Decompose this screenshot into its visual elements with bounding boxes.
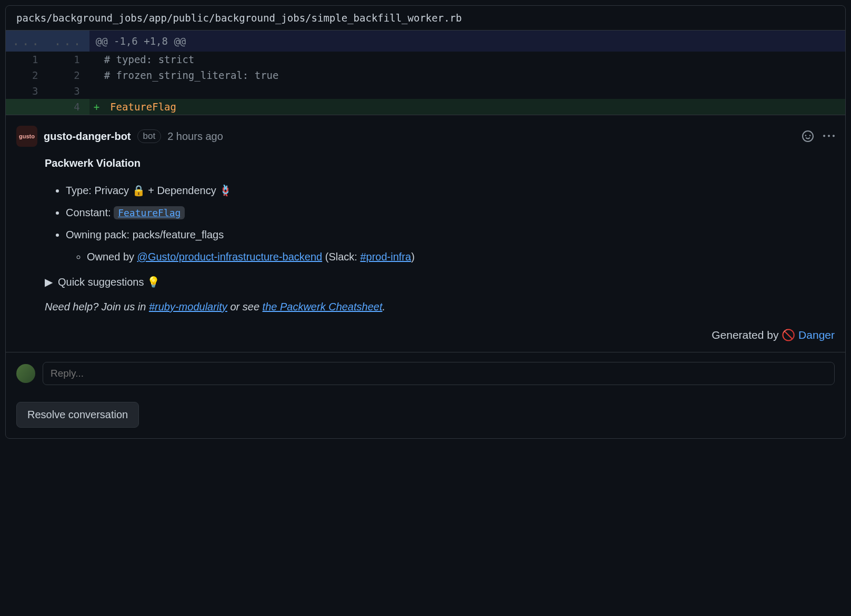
generated-by: Generated by 🚫 Danger <box>45 321 835 352</box>
diff-table: ... ... @@ -1,6 +1,8 @@ 1 1 # typed: str… <box>6 31 845 115</box>
line-number-new[interactable]: 2 <box>47 67 89 83</box>
resolve-section: Resolve conversation <box>6 395 845 438</box>
hunk-header: @@ -1,6 +1,8 @@ <box>89 31 845 52</box>
line-number-old[interactable] <box>6 99 47 115</box>
danger-link[interactable]: Danger <box>798 329 835 341</box>
comment-body: Packwerk Violation Type: Privacy 🔒 + Dep… <box>16 157 835 352</box>
line-number-new[interactable]: 3 <box>47 83 89 99</box>
owned-by-item: Owned by @Gusto/product-infrastructure-b… <box>87 248 835 265</box>
resolve-conversation-button[interactable]: Resolve conversation <box>16 402 139 428</box>
line-number-old[interactable]: 1 <box>6 52 47 67</box>
comment-header: gusto gusto-danger-bot bot 2 hours ago <box>16 126 835 147</box>
hunk-header-row: ... ... @@ -1,6 +1,8 @@ <box>6 31 845 52</box>
expand-hunk-old[interactable]: ... <box>6 31 47 52</box>
comment-author[interactable]: gusto-danger-bot <box>44 130 131 143</box>
violation-title: Packwerk Violation <box>45 157 835 169</box>
code-content: # typed: strict <box>89 52 845 67</box>
quick-suggestions-toggle[interactable]: ▶ Quick suggestions 💡 <box>45 276 835 288</box>
review-comment-container: packs/background_jobs/app/public/backgro… <box>5 5 846 439</box>
comment: gusto gusto-danger-bot bot 2 hours ago P… <box>6 115 845 352</box>
quick-suggestions-label: Quick suggestions 💡 <box>58 276 160 288</box>
owning-pack-item: Owning pack: packs/feature_flags Owned b… <box>66 226 835 265</box>
file-path-header[interactable]: packs/background_jobs/app/public/backgro… <box>6 6 845 31</box>
cheatsheet-link[interactable]: the Packwerk Cheatsheet <box>263 301 383 312</box>
code-content: + FeatureFlag <box>89 99 845 115</box>
violation-constant-item: Constant: FeatureFlag <box>66 204 835 221</box>
user-avatar[interactable] <box>16 364 35 383</box>
help-text: Need help? Join us in #ruby-modularity o… <box>45 301 835 313</box>
modularity-link[interactable]: #ruby-modularity <box>149 301 227 312</box>
line-number-new[interactable]: 4 <box>47 99 89 115</box>
line-number-new[interactable]: 1 <box>47 52 89 67</box>
code-content <box>89 83 845 99</box>
expand-hunk-new[interactable]: ... <box>47 31 89 52</box>
diff-line: 2 2 # frozen_string_literal: true <box>6 67 845 83</box>
diff-line-addition: 4 + FeatureFlag <box>6 99 845 115</box>
constant-link[interactable]: FeatureFlag <box>118 207 181 218</box>
bot-badge: bot <box>137 129 162 143</box>
line-number-old[interactable]: 2 <box>6 67 47 83</box>
bot-avatar[interactable]: gusto <box>16 126 37 147</box>
violation-list: Type: Privacy 🔒 + Dependency 🪢 Constant:… <box>45 182 835 265</box>
comment-timestamp[interactable]: 2 hours ago <box>167 130 223 143</box>
emoji-react-icon[interactable] <box>802 130 814 142</box>
reply-section <box>6 352 845 395</box>
triangle-right-icon: ▶ <box>45 276 53 288</box>
code-content: # frozen_string_literal: true <box>89 67 845 83</box>
diff-line: 1 1 # typed: strict <box>6 52 845 67</box>
comment-actions <box>802 130 835 142</box>
slack-link[interactable]: #prod-infra <box>360 251 411 262</box>
reply-input[interactable] <box>43 362 835 385</box>
violation-type-item: Type: Privacy 🔒 + Dependency 🪢 <box>66 182 835 199</box>
line-number-old[interactable]: 3 <box>6 83 47 99</box>
diff-line: 3 3 <box>6 83 845 99</box>
more-options-icon[interactable] <box>823 130 835 142</box>
team-link[interactable]: @Gusto/product-infrastructure-backend <box>137 251 323 262</box>
